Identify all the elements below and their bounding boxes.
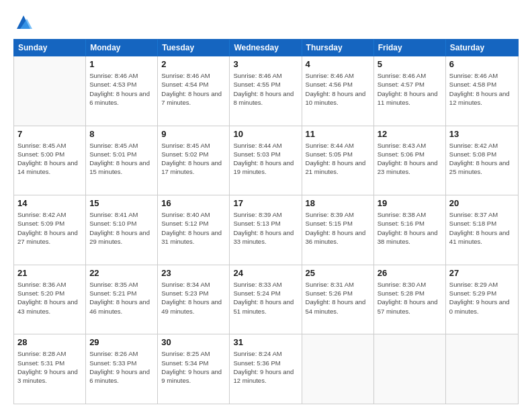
day-info: Sunrise: 8:42 AMSunset: 5:09 PMDaylight:… — [17, 210, 82, 246]
day-number: 29 — [89, 337, 154, 347]
day-number: 28 — [17, 337, 82, 347]
day-info: Sunrise: 8:46 AMSunset: 4:57 PMDaylight:… — [378, 71, 442, 107]
day-number: 6 — [449, 59, 515, 69]
day-info: Sunrise: 8:45 AMSunset: 5:01 PMDaylight:… — [89, 141, 154, 177]
day-info: Sunrise: 8:42 AMSunset: 5:08 PMDaylight:… — [449, 141, 515, 177]
empty-cell — [374, 334, 446, 404]
day-cell-25: 25Sunrise: 8:31 AMSunset: 5:26 PMDayligh… — [302, 265, 374, 334]
header-day-monday: Monday — [86, 40, 158, 56]
day-info: Sunrise: 8:46 AMSunset: 4:56 PMDaylight:… — [306, 71, 370, 107]
day-info: Sunrise: 8:38 AMSunset: 5:16 PMDaylight:… — [378, 210, 442, 246]
day-cell-29: 29Sunrise: 8:26 AMSunset: 5:33 PMDayligh… — [86, 334, 158, 404]
day-info: Sunrise: 8:46 AMSunset: 4:55 PMDaylight:… — [233, 71, 298, 107]
day-number: 14 — [17, 198, 82, 208]
day-number: 15 — [89, 198, 154, 208]
day-info: Sunrise: 8:29 AMSunset: 5:29 PMDaylight:… — [449, 280, 515, 316]
day-cell-13: 13Sunrise: 8:42 AMSunset: 5:08 PMDayligh… — [446, 126, 518, 195]
day-info: Sunrise: 8:44 AMSunset: 5:03 PMDaylight:… — [233, 141, 298, 177]
day-info: Sunrise: 8:24 AMSunset: 5:36 PMDaylight:… — [233, 349, 298, 385]
day-cell-22: 22Sunrise: 8:35 AMSunset: 5:21 PMDayligh… — [86, 265, 158, 334]
day-cell-16: 16Sunrise: 8:40 AMSunset: 5:12 PMDayligh… — [158, 195, 230, 265]
day-cell-7: 7Sunrise: 8:45 AMSunset: 5:00 PMDaylight… — [14, 126, 86, 195]
header — [13, 11, 519, 32]
day-number: 9 — [161, 129, 226, 139]
day-number: 27 — [449, 268, 515, 278]
day-info: Sunrise: 8:46 AMSunset: 4:58 PMDaylight:… — [449, 71, 515, 107]
day-info: Sunrise: 8:45 AMSunset: 5:02 PMDaylight:… — [161, 141, 226, 177]
day-cell-9: 9Sunrise: 8:45 AMSunset: 5:02 PMDaylight… — [158, 126, 230, 195]
header-day-tuesday: Tuesday — [158, 40, 230, 56]
day-info: Sunrise: 8:28 AMSunset: 5:31 PMDaylight:… — [17, 349, 82, 385]
day-cell-5: 5Sunrise: 8:46 AMSunset: 4:57 PMDaylight… — [374, 56, 446, 126]
day-cell-27: 27Sunrise: 8:29 AMSunset: 5:29 PMDayligh… — [446, 265, 518, 334]
day-info: Sunrise: 8:25 AMSunset: 5:34 PMDaylight:… — [161, 349, 226, 385]
week-4: 21Sunrise: 8:36 AMSunset: 5:20 PMDayligh… — [14, 265, 518, 335]
header-day-friday: Friday — [374, 40, 446, 56]
day-number: 18 — [306, 198, 370, 208]
week-1: 1Sunrise: 8:46 AMSunset: 4:53 PMDaylight… — [14, 56, 518, 126]
day-cell-6: 6Sunrise: 8:46 AMSunset: 4:58 PMDaylight… — [446, 56, 518, 126]
day-cell-17: 17Sunrise: 8:39 AMSunset: 5:13 PMDayligh… — [230, 195, 302, 265]
day-number: 20 — [449, 198, 515, 208]
day-number: 10 — [233, 129, 298, 139]
day-cell-2: 2Sunrise: 8:46 AMSunset: 4:54 PMDaylight… — [158, 56, 230, 126]
day-number: 26 — [378, 268, 442, 278]
day-number: 31 — [233, 337, 298, 347]
week-5: 28Sunrise: 8:28 AMSunset: 5:31 PMDayligh… — [14, 334, 518, 404]
day-number: 17 — [233, 198, 298, 208]
page: SundayMondayTuesdayWednesdayThursdayFrid… — [0, 0, 532, 411]
day-cell-12: 12Sunrise: 8:43 AMSunset: 5:06 PMDayligh… — [374, 126, 446, 195]
day-info: Sunrise: 8:26 AMSunset: 5:33 PMDaylight:… — [89, 349, 154, 385]
day-info: Sunrise: 8:39 AMSunset: 5:15 PMDaylight:… — [306, 210, 370, 246]
day-number: 19 — [378, 198, 442, 208]
header-day-saturday: Saturday — [446, 40, 518, 56]
day-number: 21 — [17, 268, 82, 278]
logo-icon — [13, 12, 34, 32]
day-number: 4 — [306, 59, 370, 69]
day-cell-4: 4Sunrise: 8:46 AMSunset: 4:56 PMDaylight… — [302, 56, 374, 126]
day-info: Sunrise: 8:31 AMSunset: 5:26 PMDaylight:… — [306, 280, 370, 316]
day-info: Sunrise: 8:41 AMSunset: 5:10 PMDaylight:… — [89, 210, 154, 246]
day-number: 8 — [89, 129, 154, 139]
day-number: 16 — [161, 198, 226, 208]
day-cell-18: 18Sunrise: 8:39 AMSunset: 5:15 PMDayligh… — [302, 195, 374, 265]
day-number: 25 — [306, 268, 370, 278]
day-cell-11: 11Sunrise: 8:44 AMSunset: 5:05 PMDayligh… — [302, 126, 374, 195]
day-number: 2 — [161, 59, 226, 69]
day-number: 12 — [378, 129, 442, 139]
day-cell-19: 19Sunrise: 8:38 AMSunset: 5:16 PMDayligh… — [374, 195, 446, 265]
day-info: Sunrise: 8:44 AMSunset: 5:05 PMDaylight:… — [306, 141, 370, 177]
day-info: Sunrise: 8:34 AMSunset: 5:23 PMDaylight:… — [161, 280, 226, 316]
day-number: 13 — [449, 129, 515, 139]
day-cell-10: 10Sunrise: 8:44 AMSunset: 5:03 PMDayligh… — [230, 126, 302, 195]
day-number: 11 — [306, 129, 370, 139]
day-cell-23: 23Sunrise: 8:34 AMSunset: 5:23 PMDayligh… — [158, 265, 230, 334]
header-day-sunday: Sunday — [14, 40, 86, 56]
day-info: Sunrise: 8:35 AMSunset: 5:21 PMDaylight:… — [89, 280, 154, 316]
day-cell-3: 3Sunrise: 8:46 AMSunset: 4:55 PMDaylight… — [230, 56, 302, 126]
day-cell-1: 1Sunrise: 8:46 AMSunset: 4:53 PMDaylight… — [86, 56, 158, 126]
day-cell-31: 31Sunrise: 8:24 AMSunset: 5:36 PMDayligh… — [230, 334, 302, 404]
day-info: Sunrise: 8:43 AMSunset: 5:06 PMDaylight:… — [378, 141, 442, 177]
header-day-wednesday: Wednesday — [230, 40, 302, 56]
day-info: Sunrise: 8:37 AMSunset: 5:18 PMDaylight:… — [449, 210, 515, 246]
day-number: 7 — [17, 129, 82, 139]
calendar-header: SundayMondayTuesdayWednesdayThursdayFrid… — [13, 39, 519, 56]
logo — [13, 11, 34, 32]
day-cell-8: 8Sunrise: 8:45 AMSunset: 5:01 PMDaylight… — [86, 126, 158, 195]
day-cell-30: 30Sunrise: 8:25 AMSunset: 5:34 PMDayligh… — [158, 334, 230, 404]
day-cell-20: 20Sunrise: 8:37 AMSunset: 5:18 PMDayligh… — [446, 195, 518, 265]
day-cell-24: 24Sunrise: 8:33 AMSunset: 5:24 PMDayligh… — [230, 265, 302, 334]
day-number: 22 — [89, 268, 154, 278]
day-number: 5 — [378, 59, 442, 69]
day-info: Sunrise: 8:46 AMSunset: 4:54 PMDaylight:… — [161, 71, 226, 107]
day-cell-26: 26Sunrise: 8:30 AMSunset: 5:28 PMDayligh… — [374, 265, 446, 334]
empty-cell — [302, 334, 374, 404]
day-number: 23 — [161, 268, 226, 278]
day-info: Sunrise: 8:39 AMSunset: 5:13 PMDaylight:… — [233, 210, 298, 246]
week-2: 7Sunrise: 8:45 AMSunset: 5:00 PMDaylight… — [14, 126, 518, 196]
empty-cell — [14, 56, 86, 126]
header-day-thursday: Thursday — [302, 40, 374, 56]
day-info: Sunrise: 8:30 AMSunset: 5:28 PMDaylight:… — [378, 280, 442, 316]
day-cell-28: 28Sunrise: 8:28 AMSunset: 5:31 PMDayligh… — [14, 334, 86, 404]
